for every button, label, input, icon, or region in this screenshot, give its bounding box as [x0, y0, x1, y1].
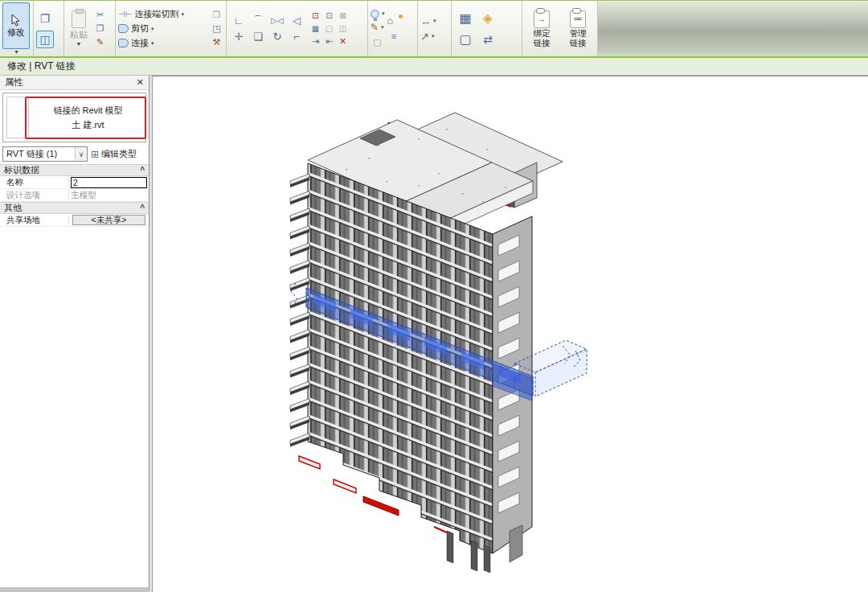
chevron-down-icon: ∨	[75, 147, 87, 161]
type-selector-line2: 土 建.rvt	[72, 119, 104, 131]
select-panel: 修改 ▼	[0, 1, 34, 56]
type-properties-button[interactable]: ❐	[36, 10, 54, 27]
mirror-axis-icon[interactable]: ◁	[287, 13, 306, 29]
geometry-panel: ⊣⊢ 连接端切割 ▾ 剪切 ▾ 连接 ▾ ❐ ◳ ⚒	[116, 1, 227, 56]
properties-toggle-button[interactable]: ◫	[36, 31, 54, 48]
scale-icon[interactable]: ▢	[322, 23, 336, 35]
paste-label[interactable]: 粘贴	[70, 29, 88, 41]
type-preview-thumbnail	[6, 97, 29, 138]
cut-geometry-button[interactable]: 剪切 ▾	[118, 22, 207, 35]
unpin-icon[interactable]: ⊠	[336, 10, 350, 23]
match-type-icon[interactable]: ✎	[93, 36, 107, 49]
default-3d-house-icon[interactable]: ⌂	[387, 14, 401, 27]
group-header-other[interactable]: 其他 ^	[0, 202, 149, 214]
measure-icon: ↔	[420, 15, 431, 27]
options-bar: 修改 | RVT 链接	[0, 58, 868, 76]
copy-tool-icon[interactable]: ❏	[248, 29, 268, 45]
delete-icon[interactable]: ✕	[336, 35, 350, 48]
copy-icon[interactable]: ❐	[93, 23, 107, 35]
paste-icon	[72, 10, 86, 28]
collapse-icon: ^	[140, 166, 145, 175]
cut-icon[interactable]: ✂	[93, 9, 107, 22]
trim-extend-multi-icon[interactable]: ⇤	[322, 35, 336, 48]
type-selector-line1: 链接的 Revit 模型	[53, 105, 122, 117]
create-assembly-icon[interactable]: ⇄	[477, 29, 499, 50]
drawing-area[interactable]	[153, 76, 868, 592]
select-flyout-caret[interactable]: ▼	[2, 50, 31, 55]
linework-icon[interactable]: ≡	[387, 30, 401, 43]
close-icon[interactable]: ✕	[137, 77, 144, 88]
join-geometry-icon	[118, 39, 129, 47]
name-value-field[interactable]: 2	[71, 177, 147, 188]
split-pin-icon[interactable]: ⊡	[309, 10, 322, 23]
align-icon[interactable]: ∟	[229, 13, 248, 29]
split-icon[interactable]: ◫	[336, 23, 350, 35]
bind-link-button[interactable]: → 绑定链接	[525, 2, 559, 55]
trim-corner-icon[interactable]: ⌐	[287, 29, 306, 45]
bind-link-icon: →	[538, 14, 547, 23]
override-graphics-button[interactable]: ✎▾	[371, 23, 385, 33]
palette-title: 属性	[5, 76, 23, 88]
ribbon: 修改 ▼ ❐ ◫ 粘贴 ▼ ✂ ❐ ✎ ⊣⊢ 连接端切割 ▾	[0, 0, 868, 58]
beam-cut-icon[interactable]: ❐	[210, 9, 223, 22]
properties-icon: ◫	[39, 33, 50, 46]
edit-type-button[interactable]: ⊞ 编辑类型	[91, 148, 137, 160]
array-icon[interactable]: ▦	[309, 23, 322, 35]
wall-joins-icon[interactable]: ◳	[210, 23, 223, 35]
hide-elements-button[interactable]: ▾	[371, 9, 385, 19]
group-header-identity-data[interactable]: 标识数据 ^	[0, 164, 149, 176]
active-context-label: 修改 | RVT 链接	[7, 60, 76, 73]
measure-button[interactable]: ↔▾	[420, 16, 448, 27]
family-type-combo[interactable]: RVT 链接 (1) ∨	[2, 146, 88, 162]
manage-link-icon: ≔	[574, 14, 583, 23]
balcony-stack	[290, 174, 309, 447]
clipboard-panel: 粘贴 ▼ ✂ ❐ ✎	[64, 1, 116, 56]
pin-icon[interactable]: ⊡	[322, 10, 336, 23]
property-row-design-option: 设计选项 主模型	[0, 189, 149, 202]
offset-icon[interactable]: ⌒	[248, 13, 268, 29]
create-similar-icon[interactable]: ◈	[477, 8, 499, 29]
modify-label: 修改	[7, 27, 25, 39]
mirror-pick-icon[interactable]: ▷◁	[268, 13, 287, 29]
design-option-value: 主模型	[69, 190, 149, 201]
edit-type-icon: ⊞	[91, 149, 99, 160]
displace-box-icon[interactable]: ▢	[371, 36, 384, 49]
manage-link-button[interactable]: ≔ 管理链接	[561, 2, 595, 55]
measure-panel: ↔▾ ↗▾	[418, 1, 452, 56]
move-icon[interactable]: ✛	[229, 29, 248, 45]
modify-button[interactable]: 修改	[2, 2, 30, 49]
palette-empty-area	[0, 227, 149, 587]
measure-diagonal-button[interactable]: ↗▾	[420, 31, 448, 42]
join-end-cut-button[interactable]: ⊣⊢ 连接端切割 ▾	[118, 7, 207, 21]
trim-extend-icon[interactable]: ⇥	[309, 35, 322, 48]
join-end-cut-icon: ⊣⊢	[118, 10, 132, 18]
type-properties-icon: ❐	[40, 12, 51, 25]
link-panel: → 绑定链接 ≔ 管理链接	[522, 1, 598, 56]
join-geometry-button[interactable]: 连接 ▾	[118, 36, 207, 50]
paste-caret[interactable]: ▼	[76, 42, 82, 47]
3d-view-building-model[interactable]	[153, 76, 868, 592]
property-row-name: 名称 2	[0, 176, 149, 189]
cut-geometry-icon	[118, 24, 129, 33]
create-group-icon[interactable]: ▦	[454, 8, 477, 29]
create-panel: ▦ ◈ ▢ ⇄	[452, 1, 522, 56]
cursor-icon	[10, 14, 22, 27]
ribbon-empty-area	[598, 1, 868, 56]
create-parts-icon[interactable]: ▢	[454, 29, 477, 50]
demolish-hammer-icon[interactable]: ⚒	[210, 36, 223, 49]
shared-site-button[interactable]: <未共享>	[72, 215, 145, 225]
collapse-icon: ^	[140, 204, 145, 212]
property-row-shared-site: 共享场地 <未共享>	[0, 214, 149, 227]
view-panel: ▾ ✎▾ ▢ ⌂ ≡	[368, 1, 418, 56]
modify-tools-panel: ∟ ⌒ ▷◁ ◁ ✛ ❏ ↻ ⌐ ⊡ ⊡ ⊠ ▦ ▢ ◫ ⇥ ⇤ ✕	[227, 1, 368, 56]
rotate-icon[interactable]: ↻	[268, 29, 287, 45]
brush-icon: ✎	[371, 22, 379, 33]
properties-palette: 属性 ✕ 链接的 Revit 模型 土 建.rvt RVT 链接 (1) ∨ ⊞…	[0, 76, 149, 592]
type-selector[interactable]: 链接的 Revit 模型 土 建.rvt	[2, 92, 146, 142]
lightbulb-icon	[371, 10, 379, 18]
properties-tools-panel: ❐ ◫	[34, 1, 64, 56]
measure-diagonal-icon: ↗	[420, 31, 429, 43]
